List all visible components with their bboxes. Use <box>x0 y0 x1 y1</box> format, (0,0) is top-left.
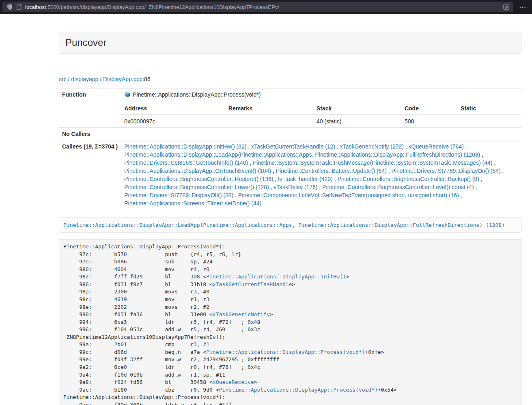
app-title: Puncover <box>65 37 515 48</box>
callee-link[interactable]: Pinetime::Components::LittleVgl::SetNewT… <box>238 192 459 198</box>
url-path: :5000/path/src/displayapp/DisplayApp.cpp… <box>46 4 279 10</box>
no-callers-row: No Callers <box>59 128 521 140</box>
col-static: Static <box>457 102 521 115</box>
callee-link[interactable]: Pinetime::Applications::Screens::Timer::… <box>124 200 261 207</box>
code-symbol-link[interactable]: xQueueReceive <box>213 379 254 385</box>
callee-separator: , <box>387 168 392 174</box>
code-line: 980: 4604 mov r4, r0 <box>63 266 517 274</box>
code-line: 97e: b086 sub sp, #24 <box>63 258 517 266</box>
code-line: 97c: b570 push {r4, r5, r6, lr} <box>63 251 517 259</box>
callee-link[interactable]: Pinetime::Controllers::BrightnessControl… <box>337 176 479 182</box>
divider <box>59 66 521 66</box>
callee-link[interactable]: lv_task_handler (420) <box>278 176 333 182</box>
code-line: 99c: d06d beq.n a7a <Pinetime::Applicati… <box>63 349 517 356</box>
breadcrumb: src / displayapp / DisplayApp.cpp:86 <box>59 75 521 83</box>
page-content: Puncover src / displayapp / DisplayApp.c… <box>59 14 521 405</box>
callee-link[interactable]: Pinetime::Controllers::BrightnessControl… <box>124 184 269 190</box>
code-line: 996: f104 053c add.w r5, r4, #60 ; 0x3c <box>63 326 517 334</box>
callee-separator: , <box>501 168 504 174</box>
code-line: 9ac: b180 cbz r0, 9d0 <Pinetime::Applica… <box>63 386 517 394</box>
code-symbol-link[interactable]: xTaskGenericNotify <box>213 311 270 317</box>
function-icon <box>124 91 131 100</box>
code-symbol-link[interactable]: Pinetime::Applications::DisplayApp::Init… <box>206 274 346 280</box>
code-symbol-link[interactable]: Pinetime::Applications::DisplayApp::Proc… <box>219 387 378 393</box>
disassembly: Pinetime::Applications::DisplayApp::Proc… <box>59 239 521 405</box>
cell-stack: 40 (static) <box>313 115 401 127</box>
callee-link[interactable]: Pinetime::Controllers::BrightnessControl… <box>124 176 273 182</box>
url-text[interactable]: localhost:5000/path/src/displayapp/Displ… <box>25 4 500 10</box>
callee-separator: , <box>404 143 409 150</box>
code-line: Pinetime::Applications::DisplayApp::Proc… <box>63 394 517 401</box>
callee-link[interactable]: Pinetime::Drivers::St7789::DisplayOff() … <box>124 192 233 198</box>
metrics-data-row: 0x0000097c 40 (static) 500 <box>121 115 521 127</box>
callee-link[interactable]: Pinetime::System::SystemTask::PushMessag… <box>253 159 493 166</box>
breadcrumb-link[interactable]: displayapp <box>71 76 98 82</box>
callee-link[interactable]: Pinetime::Applications::DisplayApp::Init… <box>124 143 246 150</box>
callee-separator: , <box>273 176 278 182</box>
code-line: 98a: 2300 movs r3, #0 <box>63 288 517 296</box>
breadcrumb-link[interactable]: src <box>59 76 67 82</box>
metrics-row-spacer <box>59 102 121 128</box>
callee-separator: , <box>335 143 340 150</box>
code-symbol-link[interactable]: xTaskGetCurrentTaskHandle <box>213 281 292 287</box>
url-host: localhost <box>25 4 46 10</box>
breadcrumb-separator: / <box>67 76 71 82</box>
callee-separator: , <box>459 192 462 198</box>
function-name: Pinetime::Applications::DisplayApp::Proc… <box>133 91 261 98</box>
callee-link[interactable]: Pinetime::Drivers::Cst816S::GetTouchInfo… <box>124 159 248 166</box>
callee-link[interactable]: Pinetime::Drivers::St7789::DisplayOn() (… <box>392 168 501 174</box>
col-stack: Stack <box>313 102 401 115</box>
callee-link[interactable]: Pinetime::Controllers::BrightnessControl… <box>322 184 474 190</box>
function-row: Function Pinetime::Applications::Display… <box>59 88 521 102</box>
no-callers-label: No Callers <box>59 128 121 140</box>
callees-label: Callees (19, Σ=3704 ) <box>59 140 121 210</box>
browser-chrome: localhost:5000/path/src/displayapp/Displ… <box>0 0 532 14</box>
kebab-menu-icon[interactable]: ⋯ <box>517 4 528 11</box>
reader-view-icon[interactable] <box>503 4 509 10</box>
breadcrumb-link[interactable]: DisplayApp.cpp <box>103 76 142 82</box>
cell-remarks <box>225 115 313 127</box>
callee-link[interactable]: vTaskDelay (176) <box>274 184 317 190</box>
callee-separator: , <box>474 184 477 190</box>
code-line: 98e: 2202 movs r2, #2 <box>63 304 517 311</box>
callee-link[interactable]: Pinetime::Applications::DisplayApp::OnTo… <box>124 168 271 174</box>
callee-separator: , <box>271 168 276 174</box>
page-info-icon[interactable] <box>16 4 22 10</box>
callee-separator: , <box>479 176 482 182</box>
metrics-header-row: Address Remarks Stack Code Static <box>121 102 521 115</box>
code-line: 99a: 2b01 cmp r3, #1 <box>63 341 517 349</box>
code-line: 9ae: f89d 300b ldrb.w r3, [sp, #11] <box>63 401 517 405</box>
app-header-panel: Puncover <box>59 32 521 54</box>
code-line: 990: f031 fa36 bl 31e00 <xTaskGenericNot… <box>63 311 517 319</box>
code-line: _ZN8Pinetime12Applications10DisplayApp7R… <box>63 334 517 341</box>
code-symbol-link[interactable]: Pinetime::Applications::DisplayApp::Proc… <box>206 349 365 355</box>
callee-separator: , <box>269 184 274 190</box>
callee-link[interactable]: xTaskGenericNotify (252) <box>340 143 404 150</box>
tracking-shield-icon[interactable] <box>6 4 13 11</box>
callee-separator: , <box>333 176 338 182</box>
callee-link[interactable]: xQueueReceive (764) <box>409 143 464 150</box>
cell-code: 500 <box>401 115 457 127</box>
function-label: Function <box>59 88 121 102</box>
code-line: 982: f7ff fd29 bl 3d8 <Pinetime::Applica… <box>63 273 517 281</box>
callees-list: Pinetime::Applications::DisplayApp::Init… <box>121 140 521 210</box>
col-address: Address <box>121 102 225 115</box>
url-bar[interactable]: localhost:5000/path/src/displayapp/Displ… <box>2 2 513 12</box>
callees-row: Callees (19, Σ=3704 ) Pinetime::Applicat… <box>59 140 521 210</box>
code-line: 9a4: f10d 010b add.w r1, sp, #11 <box>63 371 517 379</box>
symbol-table: Function Pinetime::Applications::Display… <box>59 88 521 209</box>
callee-separator: , <box>246 143 251 150</box>
callee-link[interactable]: Pinetime::Applications::DisplayApp::Load… <box>124 151 480 158</box>
code-line: 99e: f04f 32ff mov.w r2, #4294967295 ; 0… <box>63 356 517 364</box>
highlighted-symbol-link[interactable]: Pinetime::Applications::DisplayApp::Load… <box>63 222 505 228</box>
callee-link[interactable]: Pinetime::Controllers::Battery::Update()… <box>276 168 387 174</box>
code-line: 98c: 4619 mov r1, r3 <box>63 296 517 304</box>
col-code: Code <box>401 102 457 115</box>
callee-separator: , <box>248 159 253 166</box>
breadcrumb-separator: / <box>98 76 103 82</box>
metrics-row: Address Remarks Stack Code Static 0x0000… <box>59 102 521 128</box>
callee-link[interactable]: xTaskGetCurrentTaskHandle (12) <box>251 143 335 150</box>
code-line: 9a8: f02f fd56 bl 30458 <xQueueReceive> <box>63 379 517 386</box>
code-line: 994: 6ca3 ldr r3, [r4, #72] ; 0x48 <box>63 319 517 326</box>
callee-separator: , <box>464 143 467 150</box>
